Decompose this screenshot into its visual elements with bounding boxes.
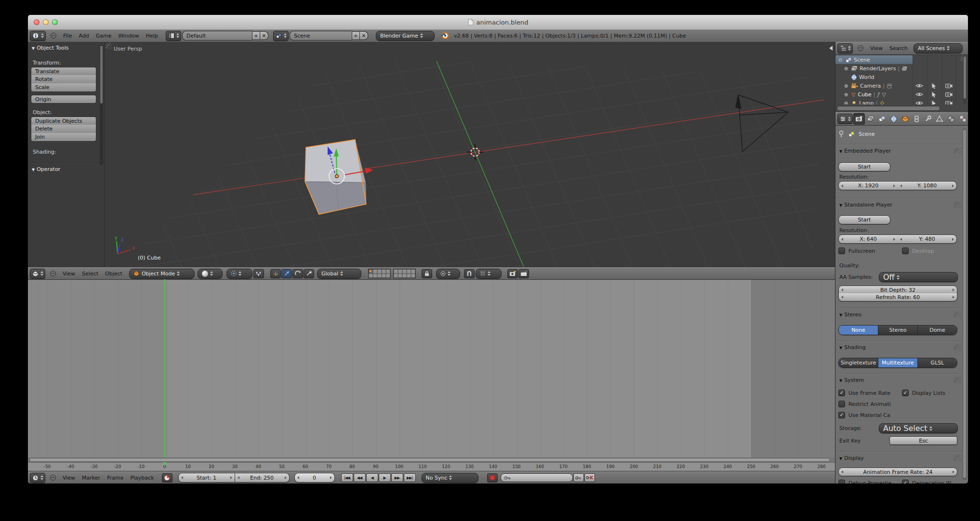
menu-playback[interactable]: Playback <box>130 475 154 481</box>
origin-button[interactable]: Origin <box>31 95 96 104</box>
timeline-ruler[interactable]: -50-40-30-20-100102030405060708090100110… <box>28 462 835 471</box>
operator-panel-header[interactable]: ▼Operator <box>32 166 60 172</box>
storage-dropdown[interactable]: Auto Select <box>879 423 958 433</box>
editor-type-button-timeline[interactable] <box>30 473 45 483</box>
refresh-rate-field[interactable]: Refresh Rate: 60 <box>838 293 957 301</box>
delete-scene-button[interactable]: ✕ <box>360 31 368 40</box>
frame-start-field[interactable]: Start: 1 <box>178 473 235 482</box>
embedded-player-panel-header[interactable]: ▼Embedded Player <box>839 148 891 154</box>
scene-selector-button[interactable] <box>273 31 289 41</box>
translate-button[interactable]: Translate <box>31 67 96 76</box>
embedded-start-button[interactable]: Start <box>838 162 890 171</box>
shading-option-multitexture[interactable]: Multitexture <box>878 358 918 367</box>
viewport-shading-dropdown[interactable] <box>198 269 223 279</box>
manipulator-axes-toggle[interactable] <box>270 269 281 278</box>
shading-option-glsl[interactable]: GLSL <box>918 358 957 367</box>
display-panel-header[interactable]: ▼Display <box>839 455 864 461</box>
renderability-camera-icon[interactable] <box>945 100 953 104</box>
animation-frame-rate-field[interactable]: Animation Frame Rate: 24 <box>838 468 957 476</box>
menu-window[interactable]: Window <box>118 33 139 39</box>
manipulator-rotate-toggle[interactable] <box>292 269 303 278</box>
system-panel-header[interactable]: ▼System <box>839 377 864 383</box>
delete-button[interactable]: Delete <box>31 125 96 133</box>
renderability-camera-icon[interactable] <box>945 91 953 97</box>
display-lists-checkbox[interactable]: Display Lists <box>902 390 945 396</box>
sync-dropdown[interactable]: No Sync <box>422 473 478 483</box>
restrict-animation-checkbox[interactable]: Restrict Animati <box>838 401 891 407</box>
insert-keyframe-button[interactable] <box>573 473 584 482</box>
layers-grid-2[interactable] <box>393 269 416 278</box>
tab-object-data[interactable] <box>934 114 945 124</box>
tab-constraints[interactable] <box>912 114 922 124</box>
stereo-option-stereo[interactable]: Stereo <box>878 326 918 335</box>
debug-properties-checkbox[interactable]: Debug Propertie <box>838 480 892 483</box>
outliner-row-renderlayers[interactable]: ⊕ RenderLayers | <box>835 64 968 73</box>
use-preview-range-toggle[interactable] <box>162 473 172 482</box>
visibility-eye-icon[interactable] <box>915 100 923 104</box>
editor-type-button-info[interactable] <box>30 31 46 41</box>
object-tools-panel-header[interactable]: ▼Object Tools <box>32 45 69 51</box>
delete-layout-button[interactable]: ✕ <box>260 31 268 40</box>
menu-marker[interactable]: Marker <box>82 475 100 481</box>
editor-type-button-outliner[interactable] <box>837 43 853 53</box>
visibility-eye-icon[interactable] <box>915 91 923 97</box>
outliner-filter-dropdown[interactable]: All Scenes <box>914 43 963 53</box>
frame-end-field[interactable]: End: 250 <box>235 473 290 482</box>
outliner-row-cube[interactable]: ⊕ ▽ Cube | ƒ ▽ <box>835 90 968 99</box>
standalone-res-x-field[interactable]: X: 640 <box>838 234 898 244</box>
menu-help[interactable]: Help <box>146 33 158 39</box>
timeline-area[interactable] <box>28 279 835 458</box>
standalone-res-y-field[interactable]: Y: 480 <box>898 234 957 244</box>
tab-render[interactable] <box>854 114 864 124</box>
duplicate-objects-button[interactable]: Duplicate Objects <box>31 117 96 125</box>
menu-select[interactable]: Select <box>82 271 98 277</box>
collapse-menus-icon[interactable] <box>50 475 56 481</box>
menu-view[interactable]: View <box>63 475 75 481</box>
menu-search[interactable]: Search <box>889 45 908 52</box>
tool-shelf-scrollbar[interactable] <box>100 45 103 165</box>
use-frame-rate-checkbox[interactable]: Use Frame Rate <box>838 390 890 396</box>
join-button[interactable]: Join <box>31 133 96 142</box>
menu-view[interactable]: View <box>870 45 883 52</box>
menu-game[interactable]: Game <box>96 33 112 39</box>
menu-object[interactable]: Object <box>105 271 122 277</box>
stereo-panel-header[interactable]: ▼Stereo <box>839 312 861 318</box>
snap-element-dropdown[interactable] <box>476 269 502 279</box>
tab-modifiers[interactable] <box>923 114 933 124</box>
tab-scene[interactable] <box>877 114 887 124</box>
fullscreen-checkbox[interactable]: Fullscreen <box>838 247 875 254</box>
stereo-option-none[interactable]: None <box>839 326 878 335</box>
opengl-render-still-button[interactable] <box>507 269 518 278</box>
use-material-caching-checkbox[interactable]: Use Material Ca <box>838 412 890 418</box>
snap-toggle[interactable] <box>464 269 475 278</box>
menu-frame[interactable]: Frame <box>107 475 123 481</box>
desktop-checkbox[interactable]: Desktop <box>902 247 934 254</box>
outliner-row-world[interactable]: World <box>835 73 968 81</box>
transform-orientation-dropdown[interactable]: Global <box>317 269 361 279</box>
properties-scrollbar[interactable] <box>963 129 967 480</box>
manipulator-translate-toggle[interactable] <box>281 269 292 278</box>
next-keyframe-button[interactable]: ▶▶ <box>391 473 403 482</box>
collapse-menus-icon[interactable] <box>858 45 863 51</box>
selectability-cursor-icon[interactable] <box>931 83 937 89</box>
tab-object[interactable] <box>900 114 911 124</box>
deprecation-warnings-checkbox[interactable]: Deprecation W <box>902 480 952 483</box>
outliner-horizontal-scrollbar[interactable] <box>835 105 968 111</box>
render-engine-dropdown[interactable]: Blender Game <box>376 31 435 41</box>
current-frame-playhead[interactable] <box>164 279 165 457</box>
add-scene-button[interactable]: + <box>352 31 360 40</box>
outliner-row-camera[interactable]: ⊕ Camera | <box>835 81 968 90</box>
region-corner-grip[interactable] <box>106 43 112 49</box>
menu-view[interactable]: View <box>63 271 75 277</box>
collapse-menus-icon[interactable] <box>51 33 56 39</box>
keying-set-field[interactable] <box>501 473 573 482</box>
visibility-eye-icon[interactable] <box>915 83 923 89</box>
selectability-cursor-icon[interactable] <box>931 100 937 104</box>
auto-keyframe-record-button[interactable] <box>487 473 498 482</box>
viewport-3d[interactable]: y z x User Persp (0) Cube ▼Object Tools … <box>28 42 835 267</box>
jump-to-start-button[interactable]: |◀◀ <box>341 473 353 482</box>
editor-type-button-properties[interactable] <box>837 114 853 124</box>
pin-icon[interactable] <box>838 130 844 138</box>
layers-grid-1[interactable] <box>368 269 391 278</box>
tab-world[interactable] <box>888 114 899 124</box>
